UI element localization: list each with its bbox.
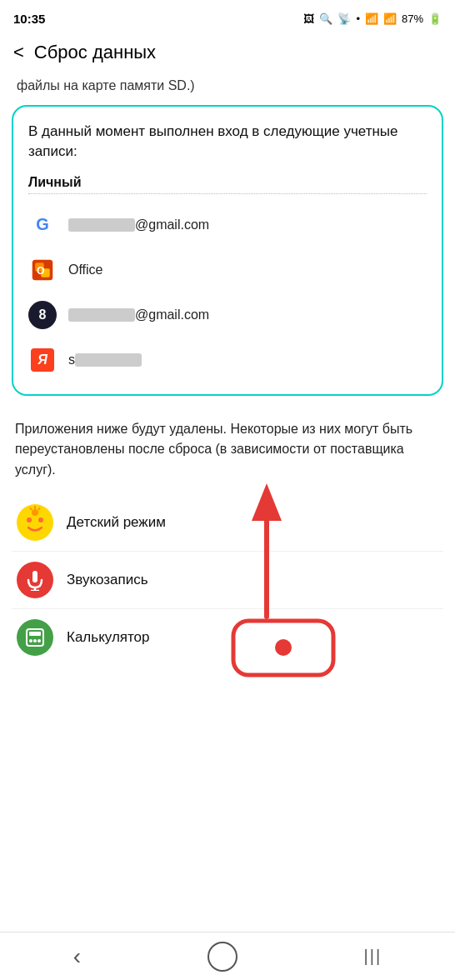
svg-point-6 <box>38 518 43 522</box>
body-text: Приложения ниже будут удалены. Некоторые… <box>0 409 455 494</box>
nav-bar: ‹ ||| <box>0 932 455 980</box>
app-item-voice[interactable]: Звукозапись <box>12 552 443 609</box>
calc-app-icon <box>17 619 53 656</box>
kids-app-name: Детский режим <box>67 514 166 531</box>
account-item-google[interactable]: G @gmail.com <box>28 202 427 248</box>
blurred-yandex <box>75 353 142 367</box>
accounts-card: В данный момент выполнен вход в следующи… <box>12 105 443 396</box>
kids-app-icon <box>17 504 53 541</box>
google-icon: G <box>28 211 57 239</box>
office-icon: O <box>28 256 57 284</box>
signal-icon: 📶 <box>383 12 397 25</box>
search-icon: 🔍 <box>319 12 332 25</box>
app-list: Детский режим Звукозапись Калькулятор <box>0 494 455 666</box>
photo-icon: 🖼 <box>303 12 314 25</box>
nav-back-button[interactable]: ‹ <box>53 937 101 977</box>
voice-app-icon <box>17 562 53 598</box>
section-label-personal: Личный <box>28 175 427 190</box>
svg-point-17 <box>33 639 37 642</box>
svg-point-5 <box>27 518 32 522</box>
google-account-text: @gmail.com <box>68 218 427 232</box>
accounts-card-title: В данный момент выполнен вход в следующи… <box>28 122 427 162</box>
status-bar: 10:35 🖼 🔍 📡 • 📶 📶 87% 🔋 <box>0 0 455 33</box>
svg-point-18 <box>38 639 41 642</box>
blurred-email-1 <box>68 218 135 232</box>
wifi-icon: 📶 <box>365 12 378 25</box>
account-item-yandex[interactable]: Я s <box>28 338 427 382</box>
svg-rect-15 <box>29 632 41 636</box>
nav-home-button[interactable] <box>208 942 238 972</box>
num8-icon: 8 <box>28 301 57 329</box>
nav-recent-button[interactable]: ||| <box>344 940 402 972</box>
account-item-office[interactable]: O Office <box>28 248 427 292</box>
dot-icon: • <box>356 12 360 25</box>
battery-icon: 🔋 <box>428 12 442 25</box>
scroll-hint-text: файлы на карте памяти SD.) <box>0 75 455 102</box>
num8-account-text: @gmail.com <box>68 308 427 322</box>
app-item-kids[interactable]: Детский режим <box>12 494 443 552</box>
cast-icon: 📡 <box>338 12 351 25</box>
bottom-spacer <box>0 666 455 724</box>
svg-point-7 <box>32 509 38 516</box>
section-divider <box>28 193 427 194</box>
yandex-account-text: s <box>68 352 427 368</box>
svg-rect-11 <box>32 571 38 582</box>
blurred-email-2 <box>68 308 135 322</box>
calc-app-name: Калькулятор <box>67 629 150 646</box>
back-button[interactable]: < <box>13 42 24 63</box>
page-header: < Сброс данных <box>0 33 455 75</box>
status-icons: 🖼 🔍 📡 • 📶 📶 87% 🔋 <box>303 12 442 25</box>
app-item-calc[interactable]: Калькулятор <box>12 609 443 666</box>
account-item-num8[interactable]: 8 @gmail.com <box>28 292 427 338</box>
yandex-icon: Я <box>28 346 57 374</box>
voice-app-name: Звукозапись <box>67 572 148 588</box>
office-account-text: Office <box>68 262 427 278</box>
svg-text:O: O <box>37 265 45 277</box>
svg-point-16 <box>29 639 32 642</box>
status-time: 10:35 <box>13 12 45 26</box>
page-title: Сброс данных <box>34 42 156 63</box>
battery-text: 87% <box>402 12 423 25</box>
